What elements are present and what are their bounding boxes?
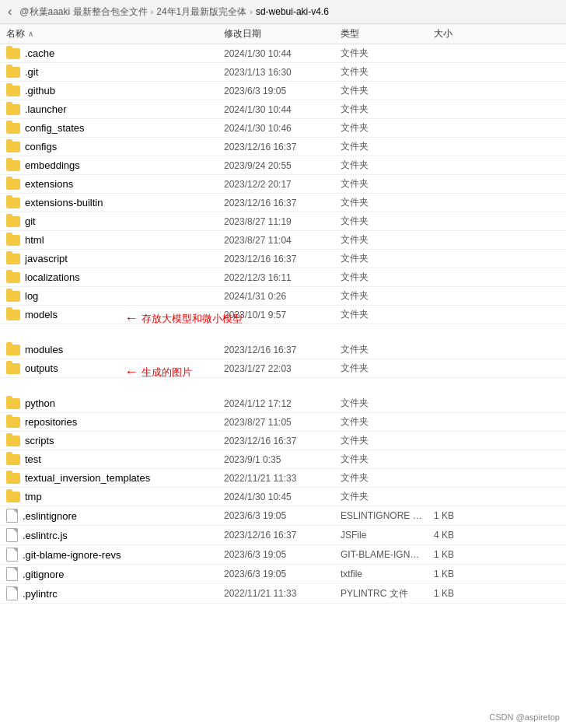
file-date: 2023/9/1 0:35 bbox=[224, 454, 341, 465]
file-type: 文件夹 bbox=[341, 471, 434, 485]
file-date: 2024/1/30 10:46 bbox=[224, 123, 341, 134]
file-size: 4 KB bbox=[434, 530, 496, 541]
file-row[interactable]: configs2023/12/16 16:37文件夹 bbox=[0, 138, 566, 156]
file-name: log bbox=[25, 290, 38, 302]
file-row[interactable]: git2023/8/27 11:19文件夹 bbox=[0, 212, 566, 231]
file-row[interactable]: .eslintignore2023/6/3 19:05ESLINTIGNORE … bbox=[0, 506, 566, 526]
file-row[interactable]: .cache2024/1/30 10:44文件夹 bbox=[0, 44, 566, 63]
file-name: configs bbox=[25, 141, 57, 152]
file-row[interactable]: .launcher2024/1/30 10:44文件夹 bbox=[0, 100, 566, 119]
file-date: 2023/12/16 16:37 bbox=[224, 530, 341, 541]
folder-icon bbox=[6, 160, 20, 171]
file-name: .eslintrc.js bbox=[23, 530, 68, 541]
file-size: 1 KB bbox=[434, 549, 496, 560]
file-row[interactable]: models2023/10/1 9:57文件夹 bbox=[0, 306, 566, 324]
file-name: outputs bbox=[25, 362, 58, 374]
folder-icon bbox=[6, 272, 20, 283]
col-size[interactable]: 大小 bbox=[434, 27, 496, 40]
folder-icon bbox=[6, 363, 20, 374]
breadcrumb-item-1[interactable]: @秋葉aaaki 最新整合包全文件 bbox=[19, 5, 147, 19]
folder-icon bbox=[6, 216, 20, 227]
file-name: python bbox=[25, 397, 55, 409]
file-size: 1 KB bbox=[434, 510, 496, 521]
file-type: 文件夹 bbox=[341, 140, 434, 153]
file-row[interactable]: extensions-builtin2023/12/16 16:37文件夹 bbox=[0, 194, 566, 212]
file-type: 文件夹 bbox=[341, 196, 434, 209]
file-name: html bbox=[25, 234, 44, 246]
file-row[interactable]: embeddings2023/9/24 20:55文件夹 bbox=[0, 156, 566, 175]
file-size: 1 KB bbox=[434, 588, 496, 599]
file-row[interactable]: tmp2024/1/30 10:45文件夹 bbox=[0, 488, 566, 506]
file-type: 文件夹 bbox=[341, 415, 434, 429]
file-type: 文件夹 bbox=[341, 159, 434, 172]
file-type: 文件夹 bbox=[341, 289, 434, 303]
file-date: 2023/12/16 16:37 bbox=[224, 436, 341, 446]
file-row[interactable]: localizations2022/12/3 16:11文件夹 bbox=[0, 268, 566, 287]
file-icon bbox=[6, 586, 18, 600]
file-name: config_states bbox=[25, 122, 85, 134]
file-type: 文件夹 bbox=[341, 308, 434, 321]
file-date: 2024/1/30 10:44 bbox=[224, 104, 341, 115]
file-type: 文件夹 bbox=[341, 84, 434, 97]
breadcrumb-item-3[interactable]: sd-webui-aki-v4.6 bbox=[256, 6, 329, 17]
file-date: 2023/10/1 9:57 bbox=[224, 310, 341, 320]
file-name: .github bbox=[25, 85, 55, 96]
file-row[interactable]: .gitignore2023/6/3 19:05txtfile1 KB bbox=[0, 565, 566, 584]
column-headers: 名称 ∧ 修改日期 类型 大小 bbox=[0, 24, 566, 44]
file-date: 2024/1/30 10:44 bbox=[224, 48, 341, 59]
file-date: 2023/6/3 19:05 bbox=[224, 549, 341, 560]
file-name: .eslintignore bbox=[23, 510, 77, 522]
file-name: javascript bbox=[25, 253, 68, 264]
file-name: textual_inversion_templates bbox=[25, 472, 150, 484]
col-modified[interactable]: 修改日期 bbox=[224, 27, 341, 40]
file-type: 文件夹 bbox=[341, 271, 434, 284]
file-name: extensions-builtin bbox=[25, 197, 103, 208]
file-icon bbox=[6, 509, 18, 523]
file-row[interactable]: .git2023/1/13 16:30文件夹 bbox=[0, 63, 566, 82]
file-row[interactable]: html2023/8/27 11:04文件夹 bbox=[0, 231, 566, 250]
folder-icon bbox=[6, 291, 20, 302]
col-type[interactable]: 类型 bbox=[341, 27, 434, 40]
file-row[interactable]: log2024/1/31 0:26文件夹 bbox=[0, 287, 566, 306]
folder-icon bbox=[6, 198, 20, 208]
back-button[interactable]: ‹ bbox=[8, 5, 12, 19]
file-type: 文件夹 bbox=[341, 177, 434, 191]
file-row[interactable]: extensions2023/12/2 20:17文件夹 bbox=[0, 175, 566, 194]
file-date: 2023/12/16 16:37 bbox=[224, 142, 341, 152]
file-row[interactable]: test2023/9/1 0:35文件夹 bbox=[0, 450, 566, 469]
file-row[interactable]: .pylintrc2022/11/21 11:33PYLINTRC 文件1 KB bbox=[0, 584, 566, 604]
breadcrumb-item-2[interactable]: 24年1月最新版完全体 bbox=[156, 5, 246, 19]
col-name[interactable]: 名称 ∧ bbox=[6, 27, 224, 40]
file-list: .cache2024/1/30 10:44文件夹.git2023/1/13 16… bbox=[0, 44, 566, 604]
file-row[interactable]: textual_inversion_templates2022/11/21 11… bbox=[0, 469, 566, 488]
file-type: 文件夹 bbox=[341, 103, 434, 116]
file-name: .launcher bbox=[25, 103, 66, 115]
file-type: 文件夹 bbox=[341, 453, 434, 466]
file-row[interactable]: python2024/1/12 17:12文件夹 bbox=[0, 394, 566, 413]
file-row[interactable]: javascript2023/12/16 16:37文件夹 bbox=[0, 250, 566, 268]
sort-icon: ∧ bbox=[28, 30, 33, 38]
file-name: scripts bbox=[25, 435, 54, 446]
file-row[interactable]: modules2023/12/16 16:37文件夹 bbox=[0, 341, 566, 359]
file-row[interactable]: .git-blame-ignore-revs2023/6/3 19:05GIT-… bbox=[0, 545, 566, 565]
folder-icon bbox=[6, 67, 20, 78]
folder-icon bbox=[6, 454, 20, 465]
file-row[interactable]: repositories2023/8/27 11:05文件夹 bbox=[0, 413, 566, 432]
folder-icon bbox=[6, 86, 20, 96]
file-row[interactable]: .eslintrc.js2023/12/16 16:37JSFile4 KB bbox=[0, 526, 566, 545]
folder-icon bbox=[6, 436, 20, 446]
file-type: 文件夹 bbox=[341, 397, 434, 410]
file-row[interactable]: .github2023/6/3 19:05文件夹 bbox=[0, 82, 566, 100]
folder-icon bbox=[6, 417, 20, 428]
file-name: .pylintrc bbox=[23, 588, 58, 600]
file-name: embeddings bbox=[25, 159, 80, 171]
file-date: 2022/11/21 11:33 bbox=[224, 473, 341, 484]
file-row[interactable]: outputs2023/1/27 22:03文件夹 bbox=[0, 359, 566, 378]
file-row[interactable]: scripts2023/12/16 16:37文件夹 bbox=[0, 432, 566, 450]
file-date: 2023/8/27 11:04 bbox=[224, 235, 341, 246]
file-row[interactable]: config_states2024/1/30 10:46文件夹 bbox=[0, 119, 566, 138]
folder-icon bbox=[6, 104, 20, 115]
file-date: 2024/1/12 17:12 bbox=[224, 398, 341, 409]
file-type: GIT-BLAME-IGN… bbox=[341, 549, 434, 560]
file-type: 文件夹 bbox=[341, 362, 434, 375]
